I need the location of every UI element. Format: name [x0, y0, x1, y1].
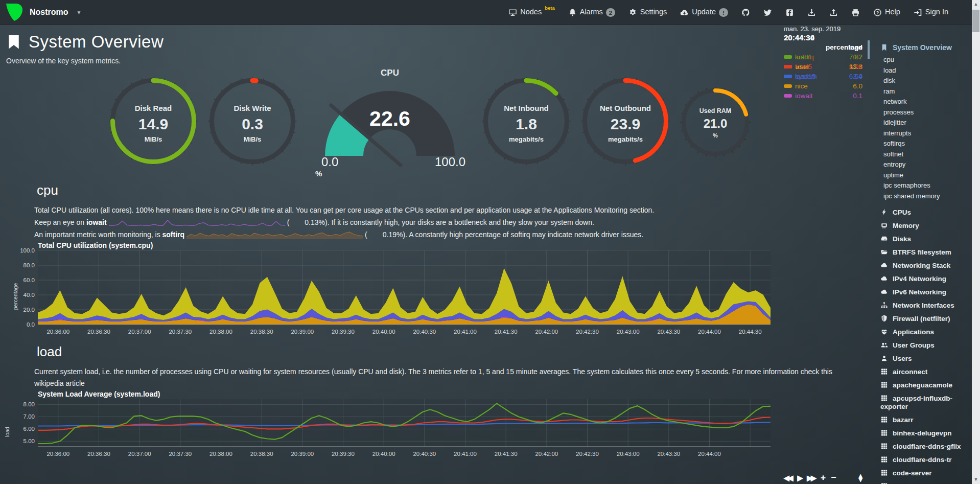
chart-cpu-canvas[interactable] [38, 250, 771, 325]
nav-settings-label: Settings [640, 8, 667, 16]
chart-title-cpu: Total CPU utilization (system.cpu) [38, 241, 857, 250]
skip-back-button[interactable]: ◀◀ [784, 474, 792, 482]
sidebar-item-label: airconnect [893, 368, 927, 376]
cpu-gauge-title: CPU [313, 68, 466, 78]
nav-export[interactable] [807, 8, 816, 17]
sidebar-item-cloudflare-ddns-gflix[interactable]: cloudflare-ddns-gflix [868, 443, 972, 451]
sidebar-item-disks[interactable]: Disks [868, 235, 972, 243]
sidebar-item-btrfs-filesystem[interactable]: BTRFS filesystem [868, 248, 972, 257]
sidebar-item-label: Firewall (netfilter) [893, 315, 950, 322]
gauge-disk-read[interactable]: Disk Read14.9MiB/s [106, 74, 200, 168]
legend-name: load15 [795, 73, 846, 80]
load-chart: System Load Average (system.load)load8.0… [6, 390, 857, 459]
sidebar-subitem-ipc-shared-memory[interactable]: ipc shared memory [868, 191, 972, 202]
gauge-value: 14.9 [138, 116, 168, 133]
scroll-up-icon[interactable]: ▲ [972, 2, 980, 7]
sidebar-item-binhex-delugevpn[interactable]: binhex-delugevpn [868, 429, 972, 437]
hostname-dropdown[interactable]: Nostromo ▼ [5, 3, 81, 21]
sidebar-item-system-overview[interactable]: System Overview [868, 43, 972, 52]
scrollbar[interactable]: ▲ ▼ [972, 0, 980, 484]
sidebar-subitem-ipc-semaphores[interactable]: ipc semaphores [868, 180, 972, 191]
nav-facebook[interactable] [785, 8, 794, 17]
sidebar-item-network-interfaces[interactable]: Network Interfaces [868, 302, 972, 310]
legend-swatch-load5 [784, 65, 792, 68]
softirq-sparkline[interactable] [186, 231, 363, 239]
scrollbar-thumb[interactable] [972, 10, 979, 32]
download-icon [807, 8, 816, 17]
legend-date: man. 23. sep. 2019 [784, 25, 862, 33]
cloud-arrow-icon [680, 8, 689, 17]
legend-row-load1[interactable]: load17.87 [784, 53, 862, 61]
sidebar-item-apcupsd-influxdb-exporter[interactable]: apcupsd-influxdb-exporter [868, 395, 972, 411]
user-icon [880, 355, 888, 362]
nav-print[interactable] [851, 8, 860, 17]
nav-alarms-label: Alarms [580, 8, 603, 16]
nav-update-label: Update [692, 8, 716, 16]
iowait-sparkline[interactable] [109, 218, 285, 226]
zoom-in-button[interactable]: + [821, 473, 826, 483]
sidebar-subitem-cpu[interactable]: cpu [868, 55, 972, 65]
sidebar-item-firewall-netfilter[interactable]: Firewall (netfilter) [868, 315, 972, 323]
nav-nodes[interactable]: Nodesbeta [508, 8, 554, 17]
facebook-icon [785, 8, 794, 17]
play-button[interactable]: ▶ [798, 474, 802, 482]
sidebar-subitem-idlejitter[interactable]: idlejitter [868, 118, 972, 128]
signin-icon [914, 8, 922, 17]
gauge-net-inbound[interactable]: Net Inbound1.8megabits/s [479, 74, 573, 168]
cpu-gauge[interactable]: CPU22.60.0100.0% [313, 67, 466, 175]
grid-icon [880, 456, 888, 463]
sidebar-subitem-disk[interactable]: disk [868, 76, 972, 86]
sidebar-subitem-softirqs[interactable]: softirqs [868, 139, 972, 149]
sidebar-item-networking-stack[interactable]: Networking Stack [868, 262, 972, 270]
gauge-disk-write[interactable]: Disk Write0.3MiB/s [205, 74, 299, 168]
netdata-logo[interactable] [5, 3, 22, 21]
grid-icon [880, 416, 888, 423]
sidebar-item-memory[interactable]: Memory [868, 222, 972, 230]
wikipedia-link[interactable]: wikipedia article [34, 379, 85, 387]
sidebar-item-bazarr[interactable]: bazarr [868, 416, 972, 424]
page-subtitle: Overview of the key system metrics. [6, 57, 857, 65]
sidebar-item-user-groups[interactable]: User Groups [868, 341, 972, 350]
nav-github[interactable] [741, 8, 750, 17]
legend-row-load15[interactable]: load156.54 [784, 73, 862, 80]
shield-icon [880, 315, 888, 322]
sidebar-subitem-processes[interactable]: processes [868, 107, 972, 118]
nav-help[interactable]: ?Help [873, 8, 900, 17]
nav-update[interactable]: Update! [680, 8, 728, 17]
sidebar-item-label: binhex-delugevpn [893, 429, 952, 437]
sidebar-subitem-ram[interactable]: ram [868, 86, 972, 97]
sidebar-subitem-load[interactable]: load [868, 65, 972, 76]
legend-value: 6.54 [849, 73, 862, 80]
sidebar-menu: System Overviewcpuloaddiskramnetworkproc… [868, 25, 972, 484]
nav-signin[interactable]: Sign In [914, 8, 948, 17]
gauge-net-outbound[interactable]: Net Outbound23.9megabits/s [578, 74, 672, 168]
sidebar-item-apacheguacamole[interactable]: apacheguacamole [868, 381, 972, 389]
nav-settings[interactable]: Settings [628, 8, 667, 17]
gauge-value: 1.8 [516, 116, 537, 133]
sidebar-item-ipv6-networking[interactable]: IPv6 Networking [868, 288, 972, 296]
sidebar-item-ipv4-networking[interactable]: IPv4 Networking [868, 275, 972, 283]
sidebar-subitem-interrupts[interactable]: interrupts [868, 128, 972, 139]
sidebar-subitem-entropy[interactable]: entropy [868, 159, 972, 170]
sidebar-item-cpus[interactable]: CPUs [868, 209, 972, 217]
sidebar-subitem-network[interactable]: network [868, 97, 972, 107]
sidebar-item-applications[interactable]: Applications [868, 328, 972, 336]
sidebar-item-airconnect[interactable]: airconnect [868, 368, 972, 376]
nav-alarms[interactable]: Alarms2 [568, 8, 615, 17]
sidebar-item-cloudflare-ddns-tr[interactable]: cloudflare-ddns-tr [868, 456, 972, 464]
sidebar-subitem-softnet[interactable]: softnet [868, 149, 972, 160]
chart-load-canvas[interactable] [38, 399, 771, 447]
scroll-down-icon[interactable]: ▼ [972, 477, 980, 482]
zoom-out-button[interactable]: − [831, 473, 836, 483]
gauge-used-ram[interactable]: Used RAM21.0% [678, 84, 753, 160]
legend-row-load5[interactable]: load56.96 [784, 63, 862, 71]
nav-import[interactable] [829, 8, 838, 17]
skip-forward-button[interactable]: ▶▶ [807, 474, 815, 482]
resize-handle[interactable]: ▲▼ [857, 474, 862, 481]
sidebar-item-code-server[interactable]: code-server [868, 469, 972, 477]
nav-twitter[interactable] [763, 8, 772, 17]
sidebar-item-label: apcupsd-influxdb-exporter [880, 395, 952, 410]
sidebar-item-label: Users [893, 355, 912, 362]
sidebar-item-users[interactable]: Users [868, 355, 972, 363]
sidebar-subitem-uptime[interactable]: uptime [868, 170, 972, 181]
